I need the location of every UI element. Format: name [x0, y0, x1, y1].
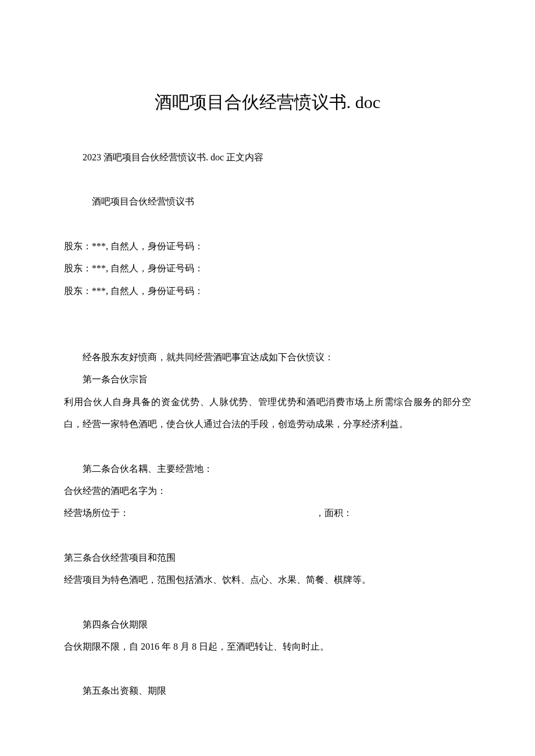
- subtitle: 酒吧项目合伙经营愤议书: [64, 191, 471, 213]
- intro-line: 2023 酒吧项目合伙经营愤议书. doc 正文内容: [64, 146, 471, 169]
- shareholder-line-1: 股东：***, 自然人，身份证号码：: [64, 235, 471, 257]
- article-4-body: 合伙期限不限，自 2016 年 8 月 8 日起，至酒吧转让、转向时止。: [64, 636, 471, 658]
- article-1-body: 利用合伙人自身具备的资金优势、人脉优势、管理优势和酒吧消费市场上所需综合服务的部…: [64, 391, 471, 436]
- spacer: [64, 169, 471, 191]
- article-2-heading: 第二条合伙名耦、主要经营地：: [64, 458, 471, 480]
- spacer: [64, 436, 471, 458]
- spacer: [64, 658, 471, 680]
- location-label: 经营场所位于：: [64, 508, 129, 518]
- spacer: [64, 592, 471, 614]
- article-3-heading: 第三条合伙经营项目和范围: [64, 547, 471, 569]
- article-2-line-2: 经营场所位于：，面积：: [64, 502, 471, 524]
- shareholder-line-2: 股东：***, 自然人，身份证号码：: [64, 257, 471, 280]
- preamble: 经各股东友好愤商，就共同经营酒吧事宜达成如下合伙愤议：: [64, 346, 471, 368]
- spacer: [64, 302, 471, 324]
- spacer: [64, 525, 471, 547]
- spacer: [64, 213, 471, 235]
- article-2-line-1: 合伙经营的酒吧名字为：: [64, 480, 471, 502]
- area-label: ，面积：: [315, 508, 352, 518]
- article-3-body: 经营项目为特色酒吧，范围包括酒水、饮料、点心、水果、简餐、棋牌等。: [64, 569, 471, 591]
- shareholder-line-3: 股东：***, 自然人，身份证号码：: [64, 280, 471, 302]
- document-page: 酒吧项目合伙经营愤议书. doc 2023 酒吧项目合伙经营愤议书. doc 正…: [0, 0, 535, 749]
- article-1-heading: 第一条合伙宗旨: [64, 368, 471, 390]
- document-title: 酒吧项目合伙经营愤议书. doc: [64, 81, 471, 123]
- article-4-heading: 第四条合伙期限: [64, 614, 471, 636]
- spacer: [64, 324, 471, 346]
- article-5-heading: 第五条出资额、期限: [64, 680, 471, 702]
